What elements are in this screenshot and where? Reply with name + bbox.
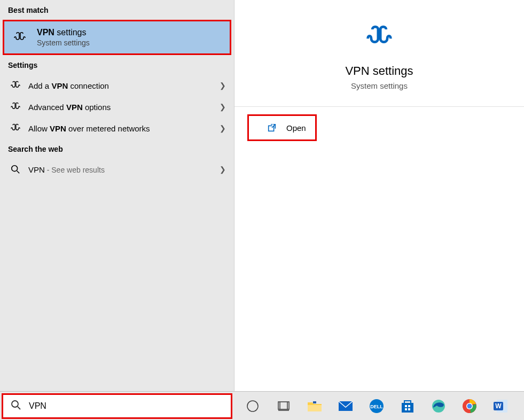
vpn-icon-large [363,21,395,53]
svg-point-3 [12,401,18,407]
search-input[interactable] [29,401,223,411]
svg-line-1 [17,171,20,174]
preview-header: VPN settings System settings [234,0,524,107]
svg-point-23 [467,403,472,408]
search-icon [11,400,21,413]
best-match-header: Best match [0,0,234,20]
svg-rect-18 [405,408,407,410]
taskbar: DELL W [0,391,524,420]
chevron-right-icon: ❯ [220,165,226,174]
svg-rect-11 [313,401,316,403]
chevron-right-icon: ❯ [220,81,226,90]
search-icon [8,164,23,175]
taskbar-pinned-icons: DELL W [242,395,511,417]
preview-column: VPN settings System settings Open [234,0,524,391]
store-icon[interactable] [397,395,418,417]
settings-item-add-vpn-connection[interactable]: Add a VPN connection ❯ [0,75,234,96]
word-icon[interactable]: W [490,395,511,417]
svg-rect-16 [405,405,407,407]
best-match-result-vpn-settings[interactable]: VPN settings System settings [3,20,231,55]
action-label: Open [286,123,306,133]
chrome-icon[interactable] [459,395,480,417]
chevron-right-icon: ❯ [220,124,226,133]
settings-item-label: Add a VPN connection [28,81,220,90]
action-open[interactable]: Open [247,114,317,141]
web-result-vpn[interactable]: VPN - See web results ❯ [0,159,234,180]
windows-search-panel: Best match VPN settings System settings … [0,0,524,391]
vpn-icon [8,102,23,112]
chevron-right-icon: ❯ [220,103,226,111]
svg-point-0 [12,166,18,172]
task-view-icon[interactable] [273,395,294,417]
open-icon [267,122,277,133]
svg-text:W: W [495,402,502,410]
cortana-icon[interactable] [242,395,263,417]
preview-title: VPN settings [245,64,513,78]
settings-item-label: Allow VPN over metered networks [28,124,220,133]
svg-rect-10 [308,405,322,411]
file-explorer-icon[interactable] [304,395,325,417]
svg-point-5 [247,401,258,411]
vpn-icon [8,123,23,134]
dell-icon[interactable]: DELL [366,395,387,417]
taskbar-search-box[interactable] [2,393,232,419]
vpn-icon [12,30,27,45]
search-results-column: Best match VPN settings System settings … [0,0,234,391]
settings-header: Settings [0,55,234,75]
svg-line-4 [18,407,20,409]
settings-item-advanced-vpn-options[interactable]: Advanced VPN options ❯ [0,96,234,118]
search-web-header: Search the web [0,139,234,159]
settings-item-label: Advanced VPN options [28,103,220,112]
svg-rect-19 [408,408,410,410]
vpn-icon [8,80,23,91]
web-result-label: VPN - See web results [28,165,220,174]
svg-rect-15 [402,403,413,413]
settings-item-allow-vpn-metered[interactable]: Allow VPN over metered networks ❯ [0,118,234,139]
mail-icon[interactable] [335,395,356,417]
svg-rect-17 [408,405,410,407]
edge-icon[interactable] [428,395,449,417]
best-match-text: VPN settings System settings [37,28,90,47]
preview-subtitle: System settings [245,81,513,90]
svg-text:DELL: DELL [370,404,383,409]
